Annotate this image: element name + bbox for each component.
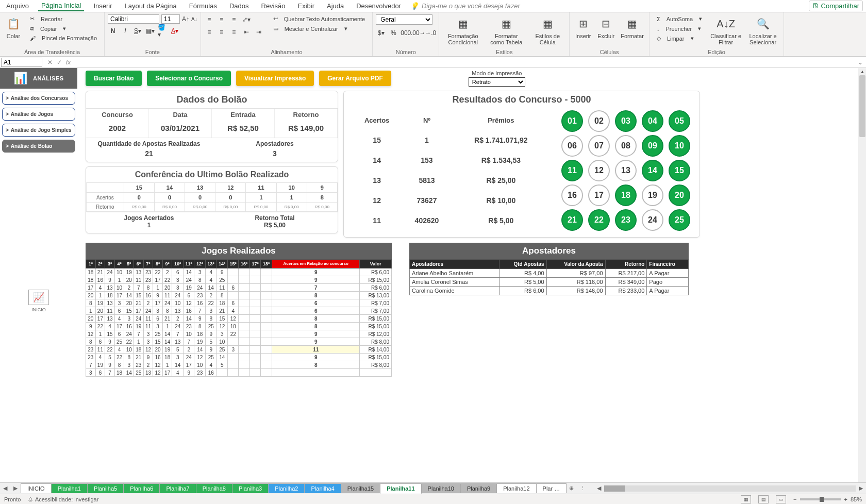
font-size-select[interactable] [161, 14, 180, 24]
name-box[interactable] [1, 58, 42, 67]
sheet-tab-Planilha2[interactable]: Planilha2 [268, 483, 305, 491]
sheet-tab-Planilha7[interactable]: Planilha7 [159, 483, 196, 491]
delete-cells-button[interactable]: ⊟Excluir [595, 14, 617, 40]
selecionar-concurso-button[interactable]: Selecionar o Concurso [147, 71, 231, 86]
font-family-select[interactable] [108, 14, 159, 24]
currency-button[interactable]: $▾ [376, 28, 386, 38]
hscroll-right-button[interactable]: ▶ [856, 485, 866, 491]
share-button[interactable]: 🖻 Compartilhar [809, 1, 863, 11]
insert-cells-button[interactable]: ⊞Inserir [573, 14, 593, 40]
fx-button[interactable]: fx [66, 59, 71, 66]
align-bottom-button[interactable]: ≡ [229, 14, 239, 25]
merge-center-button[interactable]: ▭Mesclar e Centralizar ▾ [269, 24, 370, 33]
entrada-value: R$ 52,50 [212, 121, 275, 138]
borders-button[interactable]: ▦▾ [145, 26, 155, 36]
menu-ajuda[interactable]: Ajuda [324, 1, 347, 11]
sheet-tab-Planilha11[interactable]: Planilha11 [380, 483, 421, 491]
number-format-select[interactable]: Geral [376, 14, 432, 25]
format-as-table-button[interactable]: ▦Formatar como Tabela [486, 14, 527, 46]
ball-02: 02 [588, 110, 610, 132]
sheet-tab-Planilha3[interactable]: Planilha3 [232, 483, 269, 491]
sheet-tab-Planilha12[interactable]: Planilha12 [496, 483, 536, 491]
new-sheet-button[interactable]: ⊕ [566, 485, 577, 491]
italic-button[interactable]: I [120, 26, 130, 36]
align-left-button[interactable]: ≡ [204, 27, 214, 37]
decrease-decimal-button[interactable]: →.0 [425, 28, 436, 38]
sheet-tab-Planilha15[interactable]: Planilha15 [341, 483, 380, 491]
fill-color-button[interactable]: 🪣▾ [157, 26, 168, 36]
sidebar-analise-concursos[interactable]: >Análise dos Concursos [2, 92, 75, 105]
buscar-bolao-button[interactable]: Buscar Bolão [86, 71, 142, 86]
print-mode-select[interactable]: Retrato [469, 77, 525, 87]
scroll-up-button[interactable]: ▲ [858, 68, 866, 75]
align-center-button[interactable]: ≡ [216, 27, 227, 37]
align-top-button[interactable]: ≡ [204, 14, 214, 25]
menu-arquivo[interactable]: Arquivo [3, 1, 32, 11]
cell-styles-button[interactable]: ▦Estilos de Célula [529, 14, 566, 46]
sidebar-analise-jogos[interactable]: >Análise de Jogos [2, 108, 75, 121]
sheet-tab-Planilha1[interactable]: Planilha1 [51, 483, 88, 491]
menu-pagina-inicial[interactable]: Página Inicial [38, 1, 84, 11]
sheet-tab-INICIO[interactable]: INICIO [21, 483, 52, 491]
scroll-thumb[interactable] [859, 75, 865, 137]
paste-button[interactable]: 📋 Colar [3, 14, 24, 40]
menu-exibir[interactable]: Exibir [294, 1, 318, 11]
menu-dados[interactable]: Dados [226, 1, 252, 11]
autosum-button[interactable]: ΣAutoSoma ▾ [653, 14, 706, 23]
wrap-text-button[interactable]: ↩Quebrar Texto Automaticamente [269, 14, 370, 23]
cancel-formula-button[interactable]: ✕ [47, 59, 53, 66]
gerar-pdf-button[interactable]: Gerar Arquivo PDF [319, 71, 391, 86]
confirm-formula-button[interactable]: ✓ [57, 59, 62, 66]
align-right-button[interactable]: ≡ [229, 27, 239, 37]
sheet-tab-Planilha6[interactable]: Planilha6 [123, 483, 160, 491]
sheet-nav-next[interactable]: ▶ [10, 485, 21, 491]
hscroll-thumb[interactable] [604, 485, 625, 491]
menu-formulas[interactable]: Fórmulas [186, 1, 220, 11]
clear-button[interactable]: ◇Limpar ▾ [653, 34, 706, 43]
sheet-tab-Plar …[interactable]: Plar … [536, 483, 567, 491]
resultados-table: AcertosNºPrêmios151R$ 1.741.071,9214153R… [351, 110, 551, 231]
sheet-tab-Planilha8[interactable]: Planilha8 [196, 483, 232, 491]
sidebar-analise-jogo-simples[interactable]: >Análise de Jogo Simples [2, 124, 75, 137]
increase-font-button[interactable]: A↑ [182, 15, 189, 23]
sheet-tab-Planilha9[interactable]: Planilha9 [460, 483, 497, 491]
vertical-scrollbar[interactable]: ▲ ▼ [858, 68, 866, 491]
apostadores-panel: Apostadores ApostadoresQtd ApostasValor … [409, 243, 689, 377]
conditional-formatting-button[interactable]: ▦Formatação Condicional [442, 14, 484, 46]
format-cells-button[interactable]: ▦Formatar [619, 14, 646, 40]
visualizar-impressao-button[interactable]: Visualizar Impressão [236, 71, 314, 86]
find-select-button[interactable]: 🔍Localizar e Selecionar [745, 14, 780, 46]
increase-indent-button[interactable]: ⇥ [254, 27, 264, 37]
cut-button[interactable]: ✂Recortar [26, 14, 101, 23]
menu-desenvolvedor[interactable]: Desenvolvedor [353, 1, 404, 11]
expand-formula-bar-button[interactable]: ⌄ [855, 59, 866, 66]
sort-filter-button[interactable]: A↓ZClassificar e Filtrar [708, 14, 743, 46]
format-painter-button[interactable]: 🖌Pincel de Formatação [26, 34, 101, 42]
thousands-button[interactable]: 000 [401, 28, 411, 38]
menu-revisao[interactable]: Revisão [258, 1, 289, 11]
percent-button[interactable]: % [388, 28, 398, 38]
align-middle-button[interactable]: ≡ [216, 14, 227, 25]
decrease-font-button[interactable]: A↓ [191, 16, 197, 22]
underline-button[interactable]: S▾ [132, 26, 143, 36]
horizontal-scrollbar[interactable]: ◀ ▶ [594, 485, 866, 491]
tell-me-search[interactable]: 💡 Diga-me o que você deseja fazer [410, 2, 520, 10]
menu-inserir[interactable]: Inserir [90, 1, 115, 11]
fill-button[interactable]: ↓Preencher ▾ [653, 24, 706, 33]
sheet-tab-Planilha4[interactable]: Planilha4 [304, 483, 341, 491]
menu-layout[interactable]: Layout da Página [122, 1, 180, 11]
sidebar-analise-bolao[interactable]: >Análise de Bolão [2, 140, 75, 153]
sheet-tab-Planilha10[interactable]: Planilha10 [421, 483, 461, 491]
bold-button[interactable]: N [108, 26, 118, 36]
inicio-button[interactable]: 📈 INICIO [0, 290, 77, 312]
decrease-indent-button[interactable]: ⇤ [241, 27, 252, 37]
orientation-button[interactable]: ⤢▾ [241, 14, 252, 25]
entrada-label: Entrada [212, 109, 275, 121]
sheet-separator: ⋮ [577, 485, 589, 491]
hscroll-left-button[interactable]: ◀ [594, 485, 604, 491]
copy-button[interactable]: ⧉Copiar ▾ [26, 24, 101, 33]
sheet-tab-Planilha5[interactable]: Planilha5 [87, 483, 124, 491]
font-color-button[interactable]: A▾ [170, 26, 180, 36]
increase-decimal-button[interactable]: .00→ [413, 28, 423, 38]
sheet-nav-prev[interactable]: ◀ [0, 485, 10, 491]
